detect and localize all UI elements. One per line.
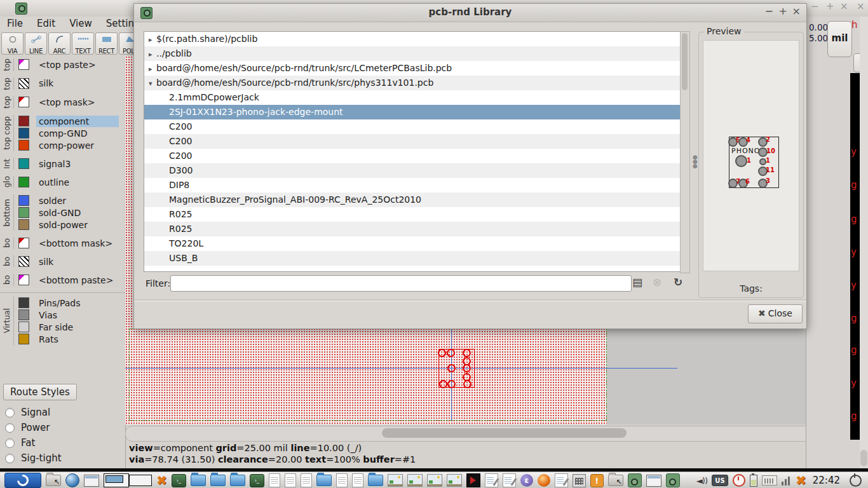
layer-row-topmask[interactable]: <top mask> [14,96,125,108]
footprint-tree[interactable]: ▸$(rc.path.share)/pcblib▸../pcblib▸board… [144,31,681,272]
document-icon[interactable] [301,473,312,487]
text-editor-icon[interactable] [485,473,498,487]
route-styles-button[interactable]: Route Styles [3,384,77,400]
layer-row-component[interactable]: component [14,115,125,127]
expander-icon[interactable]: ▸ [149,47,155,62]
filter-input[interactable] [170,275,632,292]
layer-row-bottommask[interactable]: <bottom mask> [14,237,125,249]
tree-row[interactable]: R025 [144,207,681,222]
tree-scrollbar[interactable] [680,31,690,273]
side-scrollbar-thumb-bottom[interactable] [860,450,867,466]
globe-icon[interactable] [65,473,79,487]
alarm-clock-icon[interactable] [733,474,745,487]
route-style-signal[interactable]: Signal [3,405,118,420]
layer-row-outline[interactable]: outline [14,176,125,188]
firefox-icon[interactable] [538,474,550,487]
tree-row[interactable]: DIP8 [144,178,681,193]
tree-row[interactable]: ▸../pcblib [144,46,681,61]
menu-edit[interactable]: Edit [30,17,62,30]
tree-row[interactable]: ▸board@/home/esh/Source/pcb-rnd/trunk/sr… [144,61,681,76]
workspace-pager[interactable] [104,475,152,486]
layer-row-sold-power[interactable]: sold-power [14,219,125,231]
close-button[interactable]: ✖Close [748,304,803,323]
pcbrnd-task-icon[interactable] [628,473,642,487]
window-icon[interactable] [84,475,99,487]
keyboard-layout-indicator[interactable]: US [712,475,728,486]
dialog-close-x-button[interactable]: × [792,5,801,17]
radio-icon[interactable] [5,408,15,417]
calculator-icon[interactable] [573,474,586,487]
tool-text[interactable]: TEXT [72,32,94,55]
tree-scrollbar-thumb[interactable] [682,33,688,90]
document-icon[interactable] [352,473,363,487]
pane-splitter[interactable]: ●●● [693,155,696,174]
file-manager-icon[interactable]: ↖ [46,475,61,486]
layer-row-toppaste[interactable]: <top paste> [14,58,125,71]
battery-icon[interactable] [750,475,757,487]
far-close-button[interactable]: × [857,1,865,12]
signal-bars-icon[interactable] [782,475,791,485]
unit-toggle-button[interactable]: mil [827,21,852,57]
folder-icon[interactable] [316,475,332,486]
layer-row-PinsPads[interactable]: Pins/Pads [14,297,125,309]
document-icon[interactable] [269,473,280,487]
expander-icon[interactable]: ▸ [149,62,155,76]
layer-row-bottompaste[interactable]: <bottom paste> [14,274,125,286]
tree-row[interactable]: TO220L [144,236,681,251]
tree-row[interactable]: USB_B [144,251,681,266]
document-icon[interactable] [285,473,296,487]
package-manager-icon[interactable]: ! [590,474,604,487]
tree-row[interactable]: C200 [144,134,681,149]
tree-row[interactable]: 2SJ-01XX1N23-phono-jack-edge-mount [144,105,681,119]
behind-close-button[interactable]: × [840,1,848,12]
folder-icon[interactable] [368,475,383,486]
tool-arc[interactable]: ARC [48,32,71,55]
route-style-sig-tight[interactable]: Sig-tight [3,451,118,466]
text-editor-icon[interactable] [555,473,568,487]
image-viewer-icon[interactable] [427,474,442,487]
folder-icon[interactable] [191,475,206,486]
radio-icon[interactable] [5,438,15,448]
filter-log-icon[interactable]: ▤ [632,276,642,288]
pcbrnd-task-icon[interactable] [666,473,680,487]
behind-maximize-button[interactable]: + [826,1,834,12]
dialog-minimize-button[interactable]: − [765,5,773,17]
radio-icon[interactable] [5,454,15,463]
expander-icon[interactable]: ▾ [149,76,155,91]
text-editor-icon[interactable] [503,473,516,487]
tree-row[interactable]: R025 [144,222,681,236]
tool-line[interactable]: LINE [25,32,47,55]
power-icon[interactable] [850,475,862,487]
right-scrollbar-track[interactable] [860,17,868,468]
dialog-maximize-button[interactable]: + [779,5,787,17]
xchat-icon[interactable]: ✖ [796,474,806,487]
folder-icon[interactable] [230,475,245,486]
app-menu-button[interactable] [4,473,41,488]
xkill-icon[interactable]: ✖ [156,474,167,487]
emacs-icon[interactable]: ε [520,474,533,487]
expander-icon[interactable]: ▸ [149,32,155,47]
menu-view[interactable]: View [62,17,99,30]
video-player-icon[interactable] [466,473,480,487]
menu-file[interactable]: File [0,17,30,30]
filter-clear-icon[interactable]: ⊗ [653,276,661,288]
document-icon[interactable] [336,473,348,487]
radio-icon[interactable] [5,423,15,433]
image-viewer-icon[interactable] [388,474,403,487]
tool-via[interactable]: VIA [1,32,24,55]
layer-row-sold-GND[interactable]: sold-GND [14,207,125,219]
tree-row[interactable]: 2.1mmDCpowerJack [144,90,681,105]
layer-row-solder[interactable]: solder [14,194,125,207]
image-viewer-icon[interactable] [447,474,462,487]
dialog-titlebar[interactable]: pcb-rnd Library − + × [134,4,806,22]
route-style-power[interactable]: Power [3,420,118,435]
tool-rect[interactable]: RECT [95,32,118,55]
horizontal-scrollbar[interactable] [125,426,822,442]
tree-row[interactable]: ▾board@/home/esh/Source/pcb-rnd/trunk/sr… [144,76,681,90]
layer-row-Vias[interactable]: Vias [14,309,125,321]
terminal-icon[interactable]: ›_ [172,474,186,487]
tree-row[interactable]: D300 [144,163,681,178]
layer-row-silk[interactable]: silk [14,78,125,90]
keyboard-icon[interactable] [762,475,777,485]
image-viewer-icon[interactable] [407,474,423,487]
